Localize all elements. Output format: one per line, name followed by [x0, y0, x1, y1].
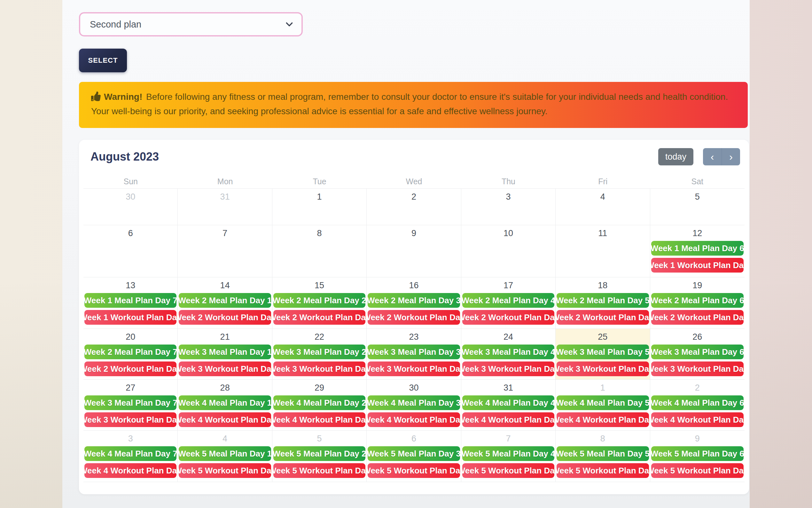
day-cell-13[interactable]: 13Week 1 Meal Plan Day 7Week 1 Workout P… — [84, 278, 178, 329]
meal-plan-event[interactable]: Week 5 Meal Plan Day 2 — [273, 446, 366, 461]
workout-plan-event[interactable]: Week 2 Workout Plan Day — [368, 310, 460, 325]
day-cell-31[interactable]: 31 — [178, 189, 272, 225]
workout-plan-event[interactable]: Week 4 Workout Plan Day — [557, 412, 649, 427]
next-month-button[interactable]: › — [721, 148, 740, 165]
workout-plan-event[interactable]: Week 4 Workout Plan Day — [651, 412, 744, 427]
day-cell-12[interactable]: 12Week 1 Meal Plan Day 6Week 1 Workout P… — [650, 225, 745, 278]
workout-plan-event[interactable]: Week 4 Workout Plan Day — [368, 412, 460, 427]
plan-select[interactable]: Second plan — [79, 12, 303, 37]
day-cell-3[interactable]: 3Week 4 Meal Plan Day 7Week 4 Workout Pl… — [84, 431, 178, 482]
day-cell-4[interactable]: 4 — [556, 189, 650, 225]
workout-plan-event[interactable]: Week 4 Workout Plan Day — [84, 463, 177, 478]
meal-plan-event[interactable]: Week 3 Meal Plan Day 1 — [179, 344, 271, 359]
day-cell-27[interactable]: 27Week 3 Meal Plan Day 7Week 3 Workout P… — [84, 380, 178, 431]
day-cell-25[interactable]: 25Week 3 Meal Plan Day 5Week 3 Workout P… — [556, 329, 650, 380]
day-cell-4[interactable]: 4Week 5 Meal Plan Day 1Week 5 Workout Pl… — [178, 431, 272, 482]
day-cell-20[interactable]: 20Week 2 Meal Plan Day 7Week 2 Workout P… — [84, 329, 178, 380]
day-cell-19[interactable]: 19Week 2 Meal Plan Day 6Week 2 Workout P… — [650, 278, 745, 329]
workout-plan-event[interactable]: Week 5 Workout Plan Day — [179, 463, 271, 478]
day-cell-2[interactable]: 2 — [367, 189, 461, 225]
meal-plan-event[interactable]: Week 5 Meal Plan Day 3 — [368, 446, 460, 461]
day-cell-8[interactable]: 8 — [272, 225, 367, 278]
day-cell-9[interactable]: 9 — [367, 225, 461, 278]
day-cell-14[interactable]: 14Week 2 Meal Plan Day 1Week 2 Workout P… — [178, 278, 272, 329]
meal-plan-event[interactable]: Week 1 Meal Plan Day 7 — [84, 293, 177, 308]
day-cell-30[interactable]: 30Week 4 Meal Plan Day 3Week 4 Workout P… — [367, 380, 461, 431]
meal-plan-event[interactable]: Week 5 Meal Plan Day 6 — [651, 446, 744, 461]
workout-plan-event[interactable]: Week 5 Workout Plan Day — [557, 463, 649, 478]
meal-plan-event[interactable]: Week 2 Meal Plan Day 1 — [179, 293, 271, 308]
day-cell-29[interactable]: 29Week 4 Meal Plan Day 2Week 4 Workout P… — [272, 380, 367, 431]
day-cell-6[interactable]: 6 — [84, 225, 178, 278]
day-cell-1[interactable]: 1 — [272, 189, 367, 225]
day-cell-7[interactable]: 7Week 5 Meal Plan Day 4Week 5 Workout Pl… — [461, 431, 556, 482]
meal-plan-event[interactable]: Week 2 Meal Plan Day 5 — [557, 293, 649, 308]
day-cell-30[interactable]: 30 — [84, 189, 178, 225]
workout-plan-event[interactable]: Week 2 Workout Plan Day — [84, 362, 177, 376]
workout-plan-event[interactable]: Week 2 Workout Plan Day — [179, 310, 271, 325]
workout-plan-event[interactable]: Week 5 Workout Plan Day — [651, 463, 744, 478]
day-cell-15[interactable]: 15Week 2 Meal Plan Day 2Week 2 Workout P… — [272, 278, 367, 329]
meal-plan-event[interactable]: Week 3 Meal Plan Day 3 — [368, 344, 460, 359]
meal-plan-event[interactable]: Week 3 Meal Plan Day 5 — [557, 344, 649, 359]
meal-plan-event[interactable]: Week 4 Meal Plan Day 4 — [462, 395, 554, 410]
day-cell-5[interactable]: 5Week 5 Meal Plan Day 2Week 5 Workout Pl… — [272, 431, 367, 482]
workout-plan-event[interactable]: Week 4 Workout Plan Day — [462, 412, 554, 427]
meal-plan-event[interactable]: Week 3 Meal Plan Day 2 — [273, 344, 366, 359]
meal-plan-event[interactable]: Week 3 Meal Plan Day 7 — [84, 395, 177, 410]
meal-plan-event[interactable]: Week 2 Meal Plan Day 3 — [368, 293, 460, 308]
meal-plan-event[interactable]: Week 2 Meal Plan Day 7 — [84, 344, 177, 359]
meal-plan-event[interactable]: Week 2 Meal Plan Day 2 — [273, 293, 366, 308]
day-cell-26[interactable]: 26Week 3 Meal Plan Day 6Week 3 Workout P… — [650, 329, 745, 380]
workout-plan-event[interactable]: Week 1 Workout Plan Day — [651, 258, 744, 272]
day-cell-17[interactable]: 17Week 2 Meal Plan Day 4Week 2 Workout P… — [461, 278, 556, 329]
day-cell-6[interactable]: 6Week 5 Meal Plan Day 3Week 5 Workout Pl… — [367, 431, 461, 482]
workout-plan-event[interactable]: Week 4 Workout Plan Day — [179, 412, 271, 427]
day-cell-7[interactable]: 7 — [178, 225, 272, 278]
workout-plan-event[interactable]: Week 2 Workout Plan Day — [557, 310, 649, 325]
day-cell-11[interactable]: 11 — [556, 225, 650, 278]
workout-plan-event[interactable]: Week 3 Workout Plan Day — [84, 412, 177, 427]
day-cell-9[interactable]: 9Week 5 Meal Plan Day 6Week 5 Workout Pl… — [650, 431, 745, 482]
day-cell-28[interactable]: 28Week 4 Meal Plan Day 1Week 4 Workout P… — [178, 380, 272, 431]
meal-plan-event[interactable]: Week 5 Meal Plan Day 5 — [557, 446, 649, 461]
meal-plan-event[interactable]: Week 1 Meal Plan Day 6 — [651, 241, 744, 256]
meal-plan-event[interactable]: Week 5 Meal Plan Day 1 — [179, 446, 271, 461]
day-cell-18[interactable]: 18Week 2 Meal Plan Day 5Week 2 Workout P… — [556, 278, 650, 329]
meal-plan-event[interactable]: Week 3 Meal Plan Day 4 — [462, 344, 554, 359]
workout-plan-event[interactable]: Week 3 Workout Plan Day — [179, 362, 271, 376]
meal-plan-event[interactable]: Week 4 Meal Plan Day 7 — [84, 446, 177, 461]
workout-plan-event[interactable]: Week 3 Workout Plan Day — [557, 362, 649, 376]
workout-plan-event[interactable]: Week 3 Workout Plan Day — [368, 362, 460, 376]
meal-plan-event[interactable]: Week 3 Meal Plan Day 6 — [651, 344, 744, 359]
day-cell-5[interactable]: 5 — [650, 189, 745, 225]
workout-plan-event[interactable]: Week 5 Workout Plan Day — [368, 463, 460, 478]
meal-plan-event[interactable]: Week 4 Meal Plan Day 5 — [557, 395, 649, 410]
day-cell-24[interactable]: 24Week 3 Meal Plan Day 4Week 3 Workout P… — [461, 329, 556, 380]
workout-plan-event[interactable]: Week 2 Workout Plan Day — [273, 310, 366, 325]
meal-plan-event[interactable]: Week 4 Meal Plan Day 3 — [368, 395, 460, 410]
day-cell-16[interactable]: 16Week 2 Meal Plan Day 3Week 2 Workout P… — [367, 278, 461, 329]
workout-plan-event[interactable]: Week 3 Workout Plan Day — [462, 362, 554, 376]
day-cell-8[interactable]: 8Week 5 Meal Plan Day 5Week 5 Workout Pl… — [556, 431, 650, 482]
workout-plan-event[interactable]: Week 2 Workout Plan Day — [651, 310, 744, 325]
day-cell-1[interactable]: 1Week 4 Meal Plan Day 5Week 4 Workout Pl… — [556, 380, 650, 431]
workout-plan-event[interactable]: Week 3 Workout Plan Day — [651, 362, 744, 376]
workout-plan-event[interactable]: Week 5 Workout Plan Day — [462, 463, 554, 478]
meal-plan-event[interactable]: Week 4 Meal Plan Day 2 — [273, 395, 366, 410]
workout-plan-event[interactable]: Week 3 Workout Plan Day — [273, 362, 366, 376]
meal-plan-event[interactable]: Week 4 Meal Plan Day 6 — [651, 395, 744, 410]
workout-plan-event[interactable]: Week 2 Workout Plan Day — [462, 310, 554, 325]
meal-plan-event[interactable]: Week 5 Meal Plan Day 4 — [462, 446, 554, 461]
prev-month-button[interactable]: ‹ — [703, 148, 721, 165]
select-button[interactable]: SELECT — [79, 49, 127, 72]
day-cell-21[interactable]: 21Week 3 Meal Plan Day 1Week 3 Workout P… — [178, 329, 272, 380]
workout-plan-event[interactable]: Week 1 Workout Plan Day — [84, 310, 177, 325]
day-cell-3[interactable]: 3 — [461, 189, 556, 225]
day-cell-23[interactable]: 23Week 3 Meal Plan Day 3Week 3 Workout P… — [367, 329, 461, 380]
meal-plan-event[interactable]: Week 2 Meal Plan Day 4 — [462, 293, 554, 308]
day-cell-10[interactable]: 10 — [461, 225, 556, 278]
today-button[interactable]: today — [658, 148, 694, 165]
meal-plan-event[interactable]: Week 4 Meal Plan Day 1 — [179, 395, 271, 410]
day-cell-31[interactable]: 31Week 4 Meal Plan Day 4Week 4 Workout P… — [461, 380, 556, 431]
